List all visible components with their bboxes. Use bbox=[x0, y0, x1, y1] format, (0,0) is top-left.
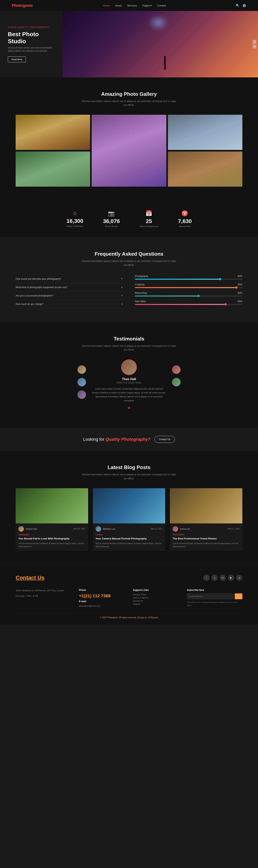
skill-bar bbox=[135, 296, 243, 297]
blog-date-2: April 12, 2021 bbox=[151, 528, 163, 530]
blog-body-3: Sierra Lee April 11, 2021 Photo Gallery … bbox=[170, 523, 243, 551]
arrow-up[interactable]: ▲ bbox=[253, 40, 256, 44]
blog-image-2 bbox=[93, 488, 165, 523]
faq-item-4[interactable]: How much do you charge? ▼ bbox=[15, 300, 123, 308]
footer-address: 10001 Alleghany st, 5th Avenue, 235 Terr… bbox=[15, 589, 71, 593]
testimonial-layout: Theo Hall SUBTITLE GOES HERE Lorem ipsum… bbox=[15, 360, 243, 414]
pinterest-icon[interactable]: p bbox=[236, 575, 243, 581]
blog-body-1: Emma Cruz April 06, 2021 Photography You… bbox=[15, 523, 88, 551]
footer-subscribe-form: → bbox=[187, 593, 243, 599]
footer-link-privacy[interactable]: Privacy Policy bbox=[133, 593, 179, 596]
blog-section: Latest Blog Posts Nostrud exercitation u… bbox=[0, 451, 258, 565]
footer-bottom: © 2023 Photogenic. All rights reserved. … bbox=[15, 613, 243, 619]
cta-section: Looking for Quality Photography? Contact… bbox=[0, 428, 258, 451]
camera-icon: 📷 bbox=[103, 210, 120, 217]
footer-phone-label: Phone bbox=[79, 589, 125, 591]
gallery-grid bbox=[15, 115, 243, 187]
skill-label: New Skills bbox=[135, 300, 146, 303]
faq-item-1[interactable]: How would you describe your photography?… bbox=[15, 275, 123, 283]
blog-author-avatar-2 bbox=[96, 526, 101, 532]
gallery-item bbox=[168, 115, 243, 150]
nav-contact[interactable]: Contact bbox=[157, 4, 166, 7]
gallery-item bbox=[15, 115, 90, 150]
stat-awards: ♈ 7,630 Awards Won bbox=[178, 210, 192, 227]
skill-label: Retouching bbox=[135, 291, 147, 294]
gallery-item bbox=[15, 152, 90, 187]
nav-pages[interactable]: Pages ▾ bbox=[142, 4, 152, 7]
chevron-down-icon: ▼ bbox=[121, 303, 123, 306]
footer-email-label: E-mail: bbox=[79, 600, 125, 603]
linkedin-icon[interactable]: in bbox=[220, 575, 226, 581]
footer-support-title: Support Links bbox=[133, 589, 179, 591]
avatar-small-5 bbox=[172, 378, 181, 386]
blog-author-avatar-1 bbox=[19, 526, 24, 532]
skill-dot bbox=[235, 286, 237, 289]
email-subscribe-input[interactable] bbox=[187, 593, 233, 599]
footer-link-contact[interactable]: Contact us bbox=[133, 600, 179, 602]
skill-label: Photography bbox=[135, 275, 148, 278]
cta-contact-button[interactable]: Contact Us bbox=[154, 436, 175, 443]
arrow-down[interactable]: ▼ bbox=[253, 44, 256, 49]
skill-header: Photography 80% bbox=[135, 275, 243, 278]
skill-header: New Skills 85% bbox=[135, 300, 243, 303]
footer-contact-title: Contact Us bbox=[15, 575, 44, 581]
designer-name: W3layouts bbox=[148, 616, 158, 619]
testimonial-avatar bbox=[121, 360, 137, 375]
trophy-icon: ♈ bbox=[178, 210, 192, 217]
skill-new-skills: New Skills 85% bbox=[135, 300, 243, 305]
footer: Contact Us f t in ▶ p 10001 Alleghany st… bbox=[0, 565, 258, 624]
stat-number: 25 bbox=[139, 218, 159, 224]
search-icon[interactable]: 🔍 bbox=[236, 4, 239, 7]
faq-section: Frequently Asked Questions Nostrud exerc… bbox=[0, 237, 258, 322]
blog-meta-1: Emma Cruz April 06, 2021 bbox=[19, 526, 86, 532]
hero-section: A HIGH QUALITY PHOTOGRAPHY Best Photo St… bbox=[0, 11, 258, 78]
skill-fill bbox=[135, 304, 226, 305]
stat-label: Awards Won bbox=[178, 225, 192, 227]
read-more-button[interactable]: Read More bbox=[8, 57, 26, 62]
stat-label: Photo Shoots bbox=[103, 225, 120, 227]
skill-percent: 85% bbox=[238, 300, 243, 303]
blog-author-1: Emma Cruz bbox=[26, 528, 37, 530]
logo-text: Phot bbox=[12, 3, 20, 8]
footer-phone-col: Phone +1(21) 112 7368 E-mail: photogenic… bbox=[79, 589, 125, 607]
smoke-effect bbox=[149, 15, 168, 30]
blog-author-2: Madison Lee bbox=[103, 528, 115, 530]
blog-image-3 bbox=[170, 488, 243, 523]
logo-text2: genic bbox=[23, 3, 33, 8]
hero-content: A HIGH QUALITY PHOTOGRAPHY Best Photo St… bbox=[0, 11, 63, 78]
twitter-icon[interactable]: t bbox=[212, 575, 218, 581]
stat-number: 16,300 bbox=[66, 218, 84, 224]
faq-item-2[interactable]: What kind of photography equipment do yo… bbox=[15, 283, 123, 291]
settings-icon[interactable]: ⚙️ bbox=[243, 4, 246, 7]
blog-meta-2: Madison Lee April 12, 2021 bbox=[96, 526, 163, 532]
nav-home[interactable]: Home bbox=[103, 4, 110, 7]
footer-subscribe-col: Subscribe Here → Subscribe to our mailin… bbox=[187, 589, 243, 607]
faq-questions: How would you describe your photography?… bbox=[15, 275, 123, 308]
footer-link-terms[interactable]: Terms of Service bbox=[133, 596, 179, 599]
footer-social: f t in ▶ p bbox=[203, 575, 243, 581]
skill-fill bbox=[135, 296, 199, 297]
facebook-icon[interactable]: f bbox=[203, 575, 209, 581]
footer-phone: +1(21) 112 7368 bbox=[79, 593, 125, 598]
subscribe-button[interactable]: → bbox=[235, 593, 243, 599]
testimonials-description: Nostrud exercitation ullamco laboris nis… bbox=[80, 344, 178, 352]
chevron-down-icon: ▼ bbox=[121, 278, 123, 280]
skill-percent: 60% bbox=[238, 291, 243, 294]
youtube-icon[interactable]: ▶ bbox=[228, 575, 234, 581]
testimonial-name: Theo Hall bbox=[92, 377, 166, 381]
blog-author-avatar-3 bbox=[172, 526, 178, 532]
nav-services[interactable]: Services bbox=[127, 4, 137, 7]
chevron-down-icon: ▼ bbox=[121, 286, 123, 289]
footer-link-support[interactable]: Support bbox=[133, 603, 179, 605]
blog-category-1: Photography bbox=[19, 534, 86, 536]
blog-date-1: April 06, 2021 bbox=[73, 528, 86, 530]
footer-hours: Everyday: 7 AM – 8 PM bbox=[15, 594, 71, 598]
stat-label: Years of Experience bbox=[139, 225, 159, 227]
avatar-small-4 bbox=[172, 365, 181, 374]
blog-description: Nostrud exercitation ullamco laboris nis… bbox=[80, 473, 178, 480]
faq-item-3[interactable]: Are you a successful photographer? ▼ bbox=[15, 291, 123, 300]
avatar-image bbox=[122, 360, 136, 374]
skill-fill bbox=[135, 279, 221, 280]
nav-about[interactable]: About bbox=[115, 4, 122, 7]
avatar-small-3 bbox=[77, 390, 86, 399]
